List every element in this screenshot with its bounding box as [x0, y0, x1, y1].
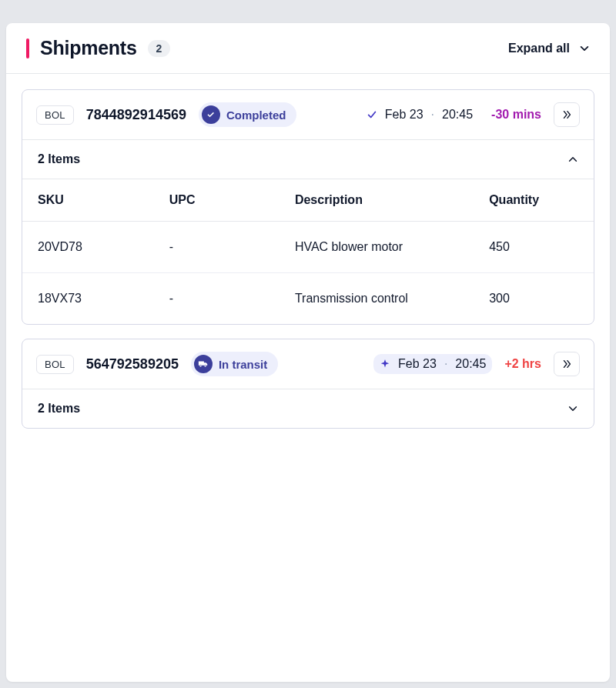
truck-icon [194, 355, 213, 373]
chevrons-right-icon [561, 109, 572, 120]
cell-upc: - [154, 222, 280, 273]
eta-time: 20:45 [455, 357, 486, 371]
cell-quantity: 450 [474, 222, 594, 273]
eta-delta: -30 mins [491, 108, 541, 122]
dot-separator: · [444, 357, 447, 371]
status-badge-in-transit: In transit [191, 352, 278, 376]
status-label: Completed [226, 109, 286, 122]
shipment-card: BOL 564792589205 In transit Feb 23 · 20:… [22, 339, 594, 429]
eta-date: Feb 23 [385, 108, 424, 122]
cell-sku: 20VD78 [22, 222, 154, 273]
cell-description: Transmission control [280, 273, 474, 325]
bol-number: 7844892914569 [86, 107, 186, 123]
shipment-header: BOL 564792589205 In transit Feb 23 · 20:… [22, 339, 594, 389]
eta-date: Feb 23 [398, 357, 437, 371]
shipments-count-badge: 2 [148, 40, 171, 57]
status-label: In transit [219, 358, 267, 371]
bol-label: BOL [36, 105, 74, 125]
chevron-down-icon [579, 43, 590, 54]
col-quantity: Quantity [474, 179, 594, 222]
panel-title-group: Shipments 2 [26, 37, 170, 59]
eta-display: Feb 23 · 20:45 [360, 105, 479, 125]
check-small-icon [367, 109, 377, 120]
items-table: SKU UPC Description Quantity 20VD78 - HV… [22, 179, 594, 324]
status-badge-completed: Completed [199, 102, 297, 127]
shipment-header: BOL 7844892914569 Completed Feb 23 · 20:… [22, 90, 594, 140]
table-header-row: SKU UPC Description Quantity [22, 179, 594, 222]
cell-quantity: 300 [474, 273, 594, 325]
more-actions-button[interactable] [554, 352, 580, 376]
bol-label: BOL [36, 355, 74, 374]
chevrons-right-icon [561, 359, 572, 369]
expand-all-button[interactable]: Expand all [508, 42, 590, 55]
bol-number: 564792589205 [86, 356, 179, 372]
dot-separator: · [431, 108, 434, 122]
items-toggle[interactable]: 2 Items [22, 140, 594, 179]
col-sku: SKU [22, 179, 154, 222]
chevron-up-icon [567, 154, 578, 165]
shipments-panel: Shipments 2 Expand all BOL 7844892914569… [6, 23, 610, 682]
table-row: 20VD78 - HVAC blower motor 450 [22, 222, 594, 273]
items-label: 2 Items [38, 402, 80, 416]
cell-upc: - [154, 273, 280, 325]
eta-time: 20:45 [442, 108, 473, 122]
chevron-down-icon [567, 403, 578, 414]
eta-display-ai: Feb 23 · 20:45 [373, 354, 492, 374]
col-upc: UPC [154, 179, 280, 222]
table-row: 18VX73 - Transmission control 300 [22, 273, 594, 325]
expand-all-label: Expand all [508, 42, 570, 55]
sparkle-icon [380, 359, 390, 369]
accent-bar [26, 38, 29, 58]
page-title: Shipments [40, 37, 137, 59]
cell-sku: 18VX73 [22, 273, 154, 325]
items-label: 2 Items [38, 152, 80, 166]
checkmark-icon [202, 105, 220, 124]
more-actions-button[interactable] [554, 102, 580, 127]
cell-description: HVAC blower motor [280, 222, 474, 273]
shipment-card: BOL 7844892914569 Completed Feb 23 · 20:… [22, 89, 594, 325]
eta-delta: +2 hrs [504, 357, 541, 371]
items-toggle[interactable]: 2 Items [22, 389, 594, 428]
col-description: Description [280, 179, 474, 222]
shipments-list: BOL 7844892914569 Completed Feb 23 · 20:… [6, 74, 610, 458]
panel-header: Shipments 2 Expand all [6, 23, 610, 74]
